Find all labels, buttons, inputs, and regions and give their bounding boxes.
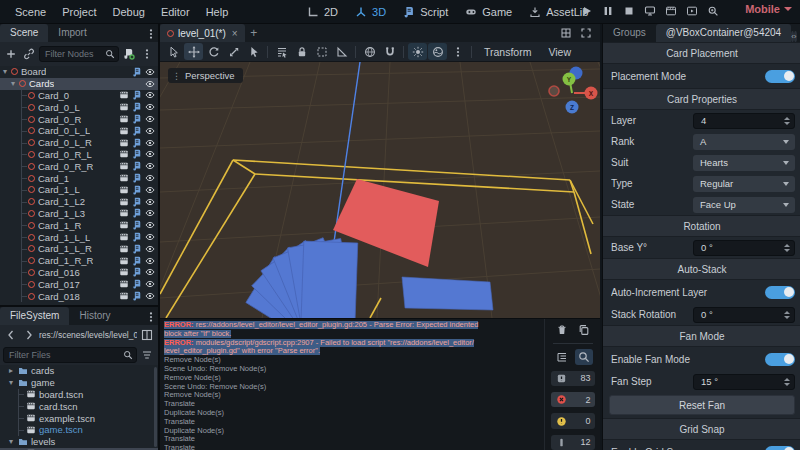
- workspace-2d[interactable]: 2D: [300, 3, 344, 21]
- open-scene-button[interactable]: [117, 291, 130, 302]
- base-y-spinbox[interactable]: 0 °: [693, 240, 795, 256]
- scene-node-card-0-l-l[interactable]: Card_0_L_L: [0, 125, 158, 137]
- script-button[interactable]: [130, 196, 143, 207]
- placement-mode-toggle[interactable]: [765, 70, 795, 83]
- visibility-button[interactable]: [143, 196, 156, 207]
- filter-warning-badge[interactable]: 0: [551, 413, 595, 428]
- dock-options-button[interactable]: [144, 309, 158, 325]
- instance-scene-button[interactable]: [21, 45, 37, 63]
- clear-output-button[interactable]: [553, 322, 571, 338]
- script-button[interactable]: [130, 232, 143, 243]
- scene-node-card-1-r-r[interactable]: Card_1_R_R: [0, 255, 158, 267]
- open-scene-button[interactable]: [117, 173, 130, 184]
- visibility-button[interactable]: [143, 208, 156, 219]
- menu-transform[interactable]: Transform: [476, 46, 539, 58]
- open-scene-button[interactable]: [117, 267, 130, 278]
- spin-arrows[interactable]: [782, 311, 794, 319]
- visibility-button[interactable]: [143, 173, 156, 184]
- workspace-3d[interactable]: 3D: [348, 3, 392, 21]
- reset-fan-button[interactable]: Reset Fan: [609, 395, 795, 415]
- spin-arrows[interactable]: [782, 117, 794, 125]
- tab-history[interactable]: History: [69, 307, 120, 325]
- script-button[interactable]: [130, 208, 143, 219]
- scene-node-card-018[interactable]: Card_018: [0, 290, 158, 302]
- pause-button[interactable]: [599, 2, 617, 20]
- visibility-button[interactable]: [143, 149, 156, 160]
- file-example-tscn[interactable]: example.tscn: [0, 412, 158, 424]
- visibility-button[interactable]: [143, 243, 156, 254]
- filter-message-badge[interactable]: 83: [551, 371, 595, 386]
- filesystem-scrollbar[interactable]: [154, 367, 157, 447]
- visibility-button[interactable]: [143, 66, 156, 77]
- enable-grid-snap-toggle[interactable]: [765, 446, 795, 450]
- collapse-arrow-icon[interactable]: ▾: [0, 67, 10, 76]
- scene-node-card-1-l2[interactable]: Card_1_L2: [0, 196, 158, 208]
- stack-rotation-spinbox[interactable]: 0 °: [693, 307, 795, 323]
- snap-button[interactable]: [380, 43, 399, 60]
- open-scene-button[interactable]: [117, 220, 130, 231]
- file-cards[interactable]: ▸cards: [0, 365, 158, 377]
- visibility-button[interactable]: [143, 102, 156, 113]
- file-game-tscn[interactable]: game.tscn: [0, 424, 158, 436]
- script-button[interactable]: [130, 243, 143, 254]
- enable-fan-mode-toggle[interactable]: [765, 353, 795, 366]
- dock-options-button[interactable]: [797, 26, 800, 42]
- visibility-button[interactable]: [143, 255, 156, 266]
- visibility-button[interactable]: [143, 232, 156, 243]
- list-select-button[interactable]: [272, 43, 291, 60]
- history-forward-button[interactable]: [21, 326, 37, 344]
- state-dropdown[interactable]: Face Up: [693, 197, 795, 213]
- menu-debug[interactable]: Debug: [105, 4, 151, 20]
- menu-help[interactable]: Help: [199, 4, 236, 20]
- open-scene-button[interactable]: [117, 114, 130, 125]
- menu-view[interactable]: View: [540, 46, 579, 58]
- file-game[interactable]: ▾game: [0, 377, 158, 389]
- script-button[interactable]: [130, 102, 143, 113]
- tab-vboxcontainer-54204[interactable]: @VBoxContainer@54204: [656, 24, 791, 42]
- open-scene-button[interactable]: [117, 196, 130, 207]
- scene-node-card-017[interactable]: Card_017: [0, 278, 158, 290]
- scene-node-card-0-r[interactable]: Card_0_R: [0, 113, 158, 125]
- close-icon[interactable]: ×: [232, 28, 238, 39]
- scene-tree-options-button[interactable]: [139, 45, 155, 63]
- perspective-menu[interactable]: ⋮ Perspective: [168, 68, 243, 83]
- type-dropdown[interactable]: Regular: [693, 176, 795, 192]
- local-space-button[interactable]: [360, 43, 379, 60]
- open-scene-button[interactable]: [117, 243, 130, 254]
- tab-import[interactable]: Import: [48, 24, 96, 42]
- open-scene-button[interactable]: [117, 279, 130, 290]
- file-card-tscn[interactable]: card.tscn: [0, 400, 158, 412]
- dock-options-button[interactable]: [144, 26, 158, 42]
- workspace-game[interactable]: Game: [458, 3, 518, 21]
- script-button[interactable]: [130, 267, 143, 278]
- visibility-button[interactable]: [143, 78, 156, 89]
- visibility-button[interactable]: [143, 220, 156, 231]
- filter-files-input[interactable]: [7, 349, 122, 361]
- spin-arrows[interactable]: [782, 378, 794, 386]
- open-scene-button[interactable]: [117, 232, 130, 243]
- file-levels[interactable]: ▾levels: [0, 436, 158, 448]
- script-button[interactable]: [130, 184, 143, 195]
- open-scene-button[interactable]: [117, 184, 130, 195]
- 3d-viewport[interactable]: Y X Z ⋮ Perspective: [160, 62, 600, 318]
- script-button[interactable]: [130, 161, 143, 172]
- open-scene-button[interactable]: [117, 255, 130, 266]
- scene-node-card-1-l-r[interactable]: Card_1_L_R: [0, 243, 158, 255]
- scene-node-card-0[interactable]: Card_0: [0, 90, 158, 102]
- script-button[interactable]: [130, 173, 143, 184]
- tab-scene[interactable]: Scene: [0, 24, 48, 42]
- movie-maker-button[interactable]: [662, 2, 680, 20]
- visibility-button[interactable]: [143, 291, 156, 302]
- visibility-button[interactable]: [143, 114, 156, 125]
- output-log[interactable]: ERROR: res://addons/level_editor/level_e…: [160, 319, 544, 450]
- search-output-button[interactable]: [575, 349, 593, 365]
- workspace-script[interactable]: Script: [396, 3, 454, 21]
- ruler-button[interactable]: [332, 43, 351, 60]
- script-button[interactable]: [130, 125, 143, 136]
- tab-groups[interactable]: Groups: [603, 24, 656, 42]
- grid-view-button[interactable]: [558, 24, 574, 42]
- copy-output-button[interactable]: [575, 322, 593, 338]
- scene-node-board[interactable]: ▾Board: [0, 66, 158, 78]
- profiler-button[interactable]: [704, 2, 722, 20]
- preview-sunlight-button[interactable]: [408, 43, 427, 60]
